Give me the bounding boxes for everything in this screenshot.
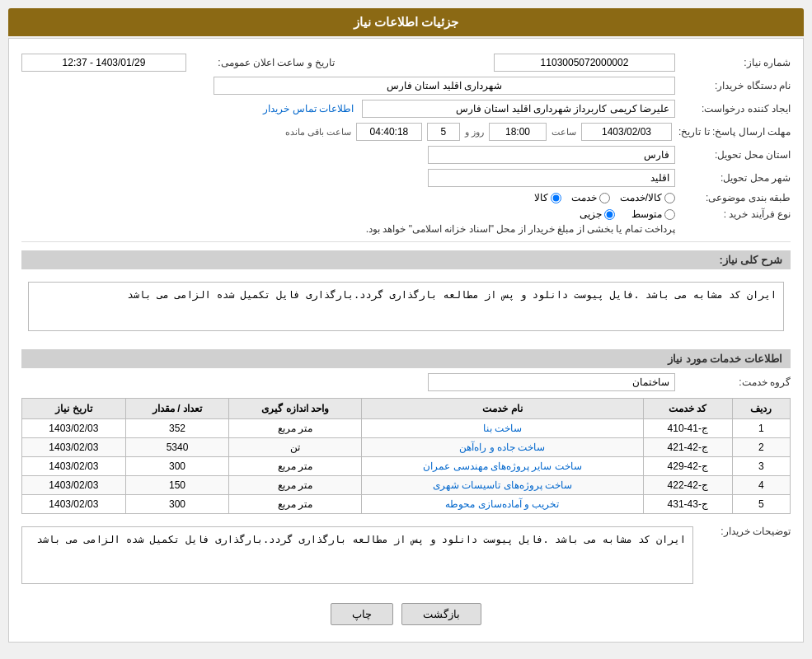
- buyer-desc-textarea[interactable]: [21, 526, 693, 584]
- category-goods-option[interactable]: کالا: [534, 192, 561, 203]
- city-value: اقلید: [428, 169, 675, 187]
- response-deadline-label: مهلت ارسال پاسخ: تا تاریخ:: [672, 126, 791, 138]
- process-label: نوع فرآیند خرید :: [675, 208, 791, 220]
- process-part-option[interactable]: جزیی: [580, 208, 615, 220]
- public-announce-label: تاریخ و ساعت اعلان عمومی:: [186, 57, 335, 68]
- col-header-qty: تعداد / مقدار: [125, 399, 229, 419]
- description-textarea[interactable]: [28, 282, 784, 331]
- process-note: پرداخت تمام یا بخشی از مبلغ خریدار از مح…: [366, 223, 675, 235]
- remaining-days-label: روز و: [465, 127, 484, 138]
- table-row: 1 ج-41-410 ساخت بنا متر مربع 352 1403/02…: [22, 419, 791, 438]
- col-header-name: نام خدمت: [362, 399, 643, 419]
- remaining-days: 5: [427, 123, 460, 141]
- province-label: استان محل تحویل:: [675, 149, 791, 161]
- remaining-time-label: ساعت باقی مانده: [285, 127, 351, 138]
- group-label: گروه خدمت:: [675, 376, 791, 388]
- response-time: 18:00: [489, 123, 547, 141]
- table-row: 5 ج-43-431 تخریب و آماده‌سازی محوطه متر …: [22, 495, 791, 514]
- buyer-org-value: شهرداری اقلید استان فارس: [214, 77, 675, 95]
- button-row: بازگشت چاپ: [21, 603, 791, 625]
- services-section-title: اطلاعات خدمات مورد نیاز: [21, 349, 791, 368]
- need-number-label: شماره نیاز:: [675, 57, 791, 68]
- province-value: فارس: [428, 146, 675, 164]
- requester-value: علیرضا کریمی کاربرداز شهرداری اقلید استا…: [362, 100, 675, 118]
- city-label: شهر محل تحویل:: [675, 172, 791, 184]
- category-label: طبقه بندی موضوعی:: [675, 192, 791, 203]
- col-header-row: ردیف: [732, 399, 790, 419]
- requester-label: ایجاد کننده درخواست:: [675, 103, 791, 115]
- table-row: 4 ج-42-422 ساخت پروژه‌های تاسیسات شهری م…: [22, 476, 791, 495]
- buyer-org-label: نام دستگاه خریدار:: [675, 80, 791, 91]
- response-time-label: ساعت: [552, 127, 576, 138]
- col-header-code: کد خدمت: [643, 399, 732, 419]
- col-header-date: تاریخ نیاز: [22, 399, 126, 419]
- table-row: 3 ج-42-429 ساخت سایر پروژه‌های مهندسی عم…: [22, 457, 791, 476]
- table-row: 2 ج-42-421 ساخت جاده و راه‌آهن تن 5340 1…: [22, 438, 791, 457]
- contact-link[interactable]: اطلاعات تماس خریدار: [263, 103, 354, 115]
- description-section-title: شرح کلی نیاز:: [21, 250, 791, 269]
- process-medium-option[interactable]: متوسط: [631, 208, 675, 220]
- category-service-option[interactable]: خدمت: [571, 192, 610, 203]
- remaining-countdown: 04:40:18: [356, 123, 422, 141]
- category-goods-service-option[interactable]: کالا/خدمت: [620, 192, 675, 203]
- group-value: ساختمان: [428, 373, 675, 391]
- public-announce-value: 1403/01/29 - 12:37: [21, 54, 186, 72]
- page-header: جزئیات اطلاعات نیاز: [8, 8, 804, 36]
- need-number-value: 1103005072000002: [494, 54, 675, 72]
- col-header-unit: واحد اندازه گیری: [229, 399, 362, 419]
- back-button[interactable]: بازگشت: [401, 603, 481, 625]
- response-date: 1403/02/03: [581, 123, 672, 141]
- buyer-desc-label: توضیحات خریدار:: [700, 522, 791, 537]
- services-table: ردیف کد خدمت نام خدمت واحد اندازه گیری ت…: [21, 398, 791, 514]
- page-title: جزئیات اطلاعات نیاز: [354, 15, 458, 29]
- print-button[interactable]: چاپ: [331, 603, 393, 625]
